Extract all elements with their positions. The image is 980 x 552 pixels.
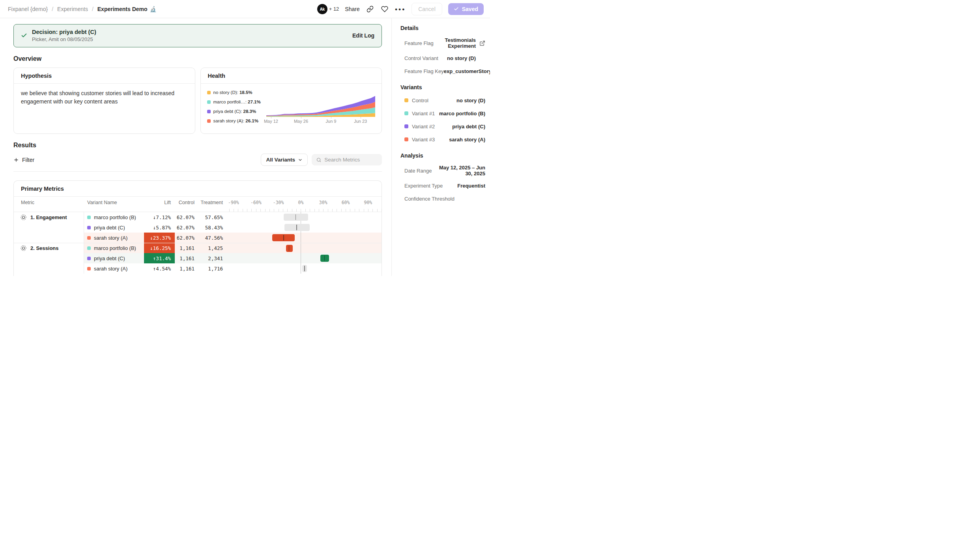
share-button[interactable]: Share [345,6,359,12]
estimate-marker [295,214,296,220]
confidence-interval-plot [226,222,382,233]
sidebar-row-value: Testimonials Experiment [434,37,476,49]
variant-swatch [404,98,408,102]
details-section: Details Feature FlagTestimonials Experim… [400,25,485,75]
x-axis-label: May 12 [264,119,278,124]
metric-target-icon [20,214,27,221]
sidebar-row-label: Date Range [404,168,432,174]
control-value: 62.07% [175,212,200,222]
zero-line [301,263,301,274]
chevron-down-icon [298,158,303,162]
x-axis-label: Jun 23 [354,119,367,124]
edit-log-button[interactable]: Edit Log [352,32,374,39]
health-title: Health [201,68,382,84]
sidebar-row: Variant #1marco portfolio (B) [400,109,485,117]
lift-badge: ↓23.37% [144,233,175,243]
confidence-interval-bar[interactable] [284,224,310,231]
metric-table-row[interactable]: sarah story (A)↓23.37%62.07%47.56% [14,233,382,243]
variants-dropdown[interactable]: All Variants [261,154,308,166]
lift-cell: ↓5.87% [144,222,175,233]
sidebar-row-value: Frequentist [457,183,485,189]
copy-link-icon[interactable] [366,5,374,13]
axis-tick-label: -60% [251,200,262,205]
x-axis-label: May 26 [294,119,308,124]
x-axis-tick [361,117,361,118]
metric-cell [14,222,84,233]
lift-badge: ↓16.25% [144,243,175,253]
control-value: 1,161 [175,253,200,263]
health-legend-item[interactable]: sarah story (A): 26.1% [207,118,266,123]
sidebar-row-label: Control [412,98,428,103]
variants-section: Variants Controlno story (D)Variant #1ma… [400,84,485,143]
sidebar-row-label: Variant #1 [412,111,435,116]
x-axis-tick [301,117,301,118]
metric-name: 1. Engagement [30,214,67,220]
estimate-marker [283,235,284,240]
variant-cell: marco portfolio (B) [84,212,144,222]
sidebar-row: Feature Flag Keyexp_customerStory [400,67,485,75]
variant-swatch [404,137,408,141]
control-value: 62.07% [175,233,200,243]
metric-table-row[interactable]: priya debt (C)↓5.87%62.07%58.43% [14,222,382,233]
metric-table-row[interactable]: 1. Engagementmarco portfolio (B)↓7.12%62… [14,212,382,222]
search-metrics-input[interactable] [324,157,377,163]
results-toolbar: Filter All Variants [13,154,382,172]
breadcrumb-item-experiments[interactable]: Experiments [57,6,88,12]
axis-tick-label: 90% [364,200,372,205]
zero-line [301,253,301,263]
metric-table-row[interactable]: sarah story (A)↑4.54%1,1611,716 [14,263,382,274]
search-metrics-box[interactable] [312,154,382,165]
health-legend-item[interactable]: marco portfoli…: 27.1% [207,100,266,104]
decision-subtitle: Picker, Amit on 08/05/2025 [32,36,96,42]
axis-tick-label: 0% [298,200,303,205]
sidebar-row: Variant #2priya debt (C) [400,122,485,130]
details-sidebar: Details Feature FlagTestimonials Experim… [391,18,490,276]
confidence-interval-plot [226,243,382,253]
microscope-emoji: 🔬 [150,6,157,12]
main-content: Decision: priya debt (C) Picker, Amit on… [0,18,391,276]
external-link-icon[interactable] [479,40,485,46]
x-axis-tick [331,117,331,118]
sidebar-row-value: priya debt (C) [452,124,485,130]
lift-axis-tick-strip [14,208,382,212]
metric-table-row[interactable]: priya debt (C)↑31.4%1,1612,341 [14,253,382,263]
axis-tick-label: 30% [319,200,327,205]
favorite-heart-icon[interactable] [380,5,389,13]
variant-swatch [87,216,91,219]
confidence-interval-plot [226,212,382,222]
legend-swatch [207,91,211,94]
more-options-icon[interactable]: ●●● [395,7,406,11]
sidebar-row-label: Confidence Threshold [404,196,454,202]
variant-cell: sarah story (A) [84,263,144,274]
sidebar-row-value: sarah story (A) [449,137,485,143]
add-filter-button[interactable]: Filter [13,157,34,163]
stacked-area-chart [266,94,376,117]
results-heading: Results [13,142,382,149]
breadcrumb-item-project[interactable]: Fixpanel {demo} [8,6,48,12]
cancel-button[interactable]: Cancel [411,3,442,15]
legend-label: sarah story (A): 26.1% [213,118,258,123]
treatment-value: 1,425 [200,243,226,253]
health-legend-item[interactable]: priya debt (C): 28.3% [207,109,266,114]
estimate-marker [324,255,325,261]
metric-table-row[interactable]: 2. Sessionsmarco portfolio (B)↓16.25%1,1… [14,243,382,253]
sidebar-row: Confidence Threshold [400,195,485,203]
avatar[interactable]: Ak [317,4,327,14]
collaborator-avatars[interactable]: Ak + 12 [317,4,339,14]
top-bar: Fixpanel {demo} / Experiments / Experime… [0,0,490,18]
lift-cell: ↓23.37% [144,233,175,243]
sidebar-row: Control Variantno story (D) [400,54,485,62]
variant-swatch [87,246,91,250]
health-legend-item[interactable]: no story (D): 18.5% [207,90,266,95]
lift-cell: ↓7.12% [144,212,175,222]
health-card: Health no story (D): 18.5%marco portfoli… [200,68,382,134]
decision-banner: Decision: priya debt (C) Picker, Amit on… [13,24,382,47]
lift-cell: ↑31.4% [144,253,175,263]
metric-name: 2. Sessions [30,245,59,251]
decision-title: Decision: priya debt (C) [32,29,96,35]
experiments-page: Fixpanel {demo} / Experiments / Experime… [0,0,490,276]
legend-swatch [207,119,211,123]
saved-button[interactable]: Saved [448,3,484,15]
sidebar-row-value: no story (D) [447,55,476,61]
variant-swatch [87,236,91,240]
